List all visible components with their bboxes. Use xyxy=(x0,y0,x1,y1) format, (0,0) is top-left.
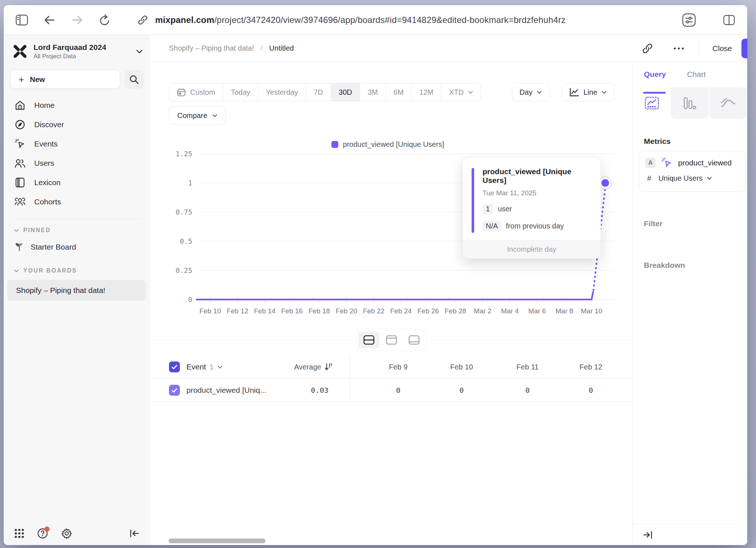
metric-card[interactable]: A product_viewed # Unique Users xyxy=(639,151,746,192)
date-column-header[interactable]: Feb 12 xyxy=(558,355,624,379)
range-today[interactable]: Today xyxy=(223,83,258,101)
layout-toggle-group xyxy=(356,329,427,351)
layout-chart-button[interactable] xyxy=(381,332,402,348)
sidebar-item-shopify-board[interactable]: Shopify – Piping that data! xyxy=(7,280,146,301)
calendar-icon xyxy=(177,88,186,97)
collapse-sidebar-icon[interactable] xyxy=(130,529,139,538)
pinned-section-header[interactable]: PINNED xyxy=(4,227,150,234)
date-column-header[interactable]: Feb 10 xyxy=(429,355,495,379)
check-icon xyxy=(172,388,177,393)
sidebar-item-cohorts[interactable]: Cohorts xyxy=(4,192,150,211)
reload-icon[interactable] xyxy=(96,11,114,29)
range-3m[interactable]: 3M xyxy=(360,83,386,101)
your-boards-section-header[interactable]: YOUR BOARDS xyxy=(4,267,150,274)
forward-icon[interactable] xyxy=(68,11,86,29)
breadcrumb-page[interactable]: Untitled xyxy=(269,44,294,52)
row-checkbox[interactable] xyxy=(169,385,180,396)
select-all-checkbox[interactable] xyxy=(169,361,180,372)
close-button[interactable]: Close xyxy=(712,44,732,53)
sidebar-item-lexicon[interactable]: Lexicon xyxy=(4,173,150,192)
sidebar-item-starter-board[interactable]: Starter Board xyxy=(4,237,150,257)
flows-tab[interactable] xyxy=(709,87,747,119)
sidebar-divider xyxy=(12,219,141,219)
reader-settings-icon[interactable] xyxy=(680,11,698,29)
url-text: mixpanel.com/project/3472420/view/397469… xyxy=(155,15,566,25)
compare-dropdown[interactable]: Compare xyxy=(169,106,226,125)
date-column-header[interactable]: Feb 11 xyxy=(495,355,560,379)
range-7d[interactable]: 7D xyxy=(306,83,331,101)
svg-text:Mar 2: Mar 2 xyxy=(474,307,492,315)
help-button[interactable] xyxy=(37,528,48,539)
gear-icon[interactable] xyxy=(61,528,72,539)
new-button[interactable]: + New xyxy=(10,70,120,89)
highlighted-data-point xyxy=(602,179,609,187)
layout-split-icon xyxy=(363,335,374,345)
range-30d[interactable]: 30D xyxy=(331,83,360,101)
more-options-icon[interactable] xyxy=(673,47,684,50)
tooltip-date: Tue Mar 11, 2025 xyxy=(483,189,591,197)
funnels-tab[interactable] xyxy=(671,87,708,119)
event-cursor-icon xyxy=(661,157,672,168)
sidebar-item-label: Lexicon xyxy=(34,178,60,187)
pinned-section-label: PINNED xyxy=(23,227,51,234)
filter-section-label: Filter xyxy=(644,219,662,228)
workspace-switcher[interactable]: Lord Farquaad 2024 All Project Data xyxy=(12,41,143,62)
svg-text:Feb 28: Feb 28 xyxy=(445,307,466,315)
breadcrumb-board[interactable]: Shopify – Piping that data! xyxy=(169,44,254,52)
sidebar-item-home[interactable]: Home xyxy=(4,95,150,115)
column-divider xyxy=(350,381,350,399)
granularity-dropdown[interactable]: Day xyxy=(512,83,550,101)
sidebar-item-discover[interactable]: Discover xyxy=(4,115,150,134)
copy-link-icon[interactable] xyxy=(642,43,653,54)
tab-query[interactable]: Query xyxy=(644,70,666,87)
home-icon xyxy=(15,100,25,110)
row-cell-value: 0 xyxy=(495,379,560,402)
metric-aggregation-dropdown[interactable]: Unique Users xyxy=(658,174,712,183)
browser-sidebar-toggle-icon[interactable] xyxy=(13,11,31,29)
range-12m[interactable]: 12M xyxy=(411,83,441,101)
row-event-name: product_viewed [Uniq... xyxy=(186,379,266,402)
chart-type-dropdown[interactable]: Line xyxy=(562,83,614,101)
address-bar[interactable]: mixpanel.com/project/3472420/view/397469… xyxy=(138,15,673,25)
range-6m[interactable]: 6M xyxy=(386,83,412,101)
browser-toolbar: mixpanel.com/project/3472420/view/397469… xyxy=(4,5,747,35)
table-row[interactable]: product_viewed [Uniq... 0.03 0 0 0 0 xyxy=(150,379,633,402)
layout-table-button[interactable] xyxy=(403,332,425,348)
chevron-down-icon xyxy=(468,91,473,94)
layout-split-button[interactable] xyxy=(358,332,379,348)
search-icon xyxy=(129,75,139,84)
range-xtd[interactable]: XTD xyxy=(441,83,481,101)
svg-text:Feb 12: Feb 12 xyxy=(227,307,248,315)
query-panel-footer xyxy=(633,524,747,545)
sidebar-item-label: Cohorts xyxy=(34,197,61,206)
back-icon[interactable] xyxy=(41,11,58,29)
sidebar-item-events[interactable]: Events xyxy=(4,134,150,153)
svg-text:Feb 24: Feb 24 xyxy=(390,307,412,315)
horizontal-scrollbar[interactable] xyxy=(169,539,265,543)
range-custom[interactable]: Custom xyxy=(169,83,223,101)
tab-chart[interactable]: Chart xyxy=(687,70,706,87)
chevron-down-icon xyxy=(14,229,19,232)
chart-legend[interactable]: product_viewed [Unique Users] xyxy=(150,140,625,149)
svg-text:0.75: 0.75 xyxy=(176,208,192,216)
board-header: Shopify – Piping that data! / Untitled C… xyxy=(150,35,747,62)
collapse-panel-icon[interactable] xyxy=(643,531,653,539)
date-column-header[interactable]: Feb 9 xyxy=(365,355,431,379)
svg-text:0: 0 xyxy=(188,295,192,304)
svg-text:Feb 26: Feb 26 xyxy=(417,307,439,315)
compass-icon xyxy=(15,120,25,130)
event-column-header[interactable]: Event 1 xyxy=(186,355,223,379)
apps-grid-icon[interactable] xyxy=(15,529,24,538)
link-icon xyxy=(138,15,148,25)
sidebar-item-users[interactable]: Users xyxy=(4,153,150,173)
range-yesterday[interactable]: Yesterday xyxy=(258,83,306,101)
sidebar-nav: Home Discover Events Users Lexicon xyxy=(4,95,150,211)
search-button[interactable] xyxy=(125,70,143,89)
chart-tooltip: product_viewed [Unique Users] Tue Mar 11… xyxy=(462,157,601,259)
save-button[interactable] xyxy=(741,39,747,58)
svg-text:1: 1 xyxy=(188,179,192,187)
split-view-icon[interactable] xyxy=(720,11,738,29)
svg-text:Mar 4: Mar 4 xyxy=(501,307,519,315)
svg-text:Feb 20: Feb 20 xyxy=(336,307,357,315)
average-column-header[interactable]: Average xyxy=(294,355,332,379)
